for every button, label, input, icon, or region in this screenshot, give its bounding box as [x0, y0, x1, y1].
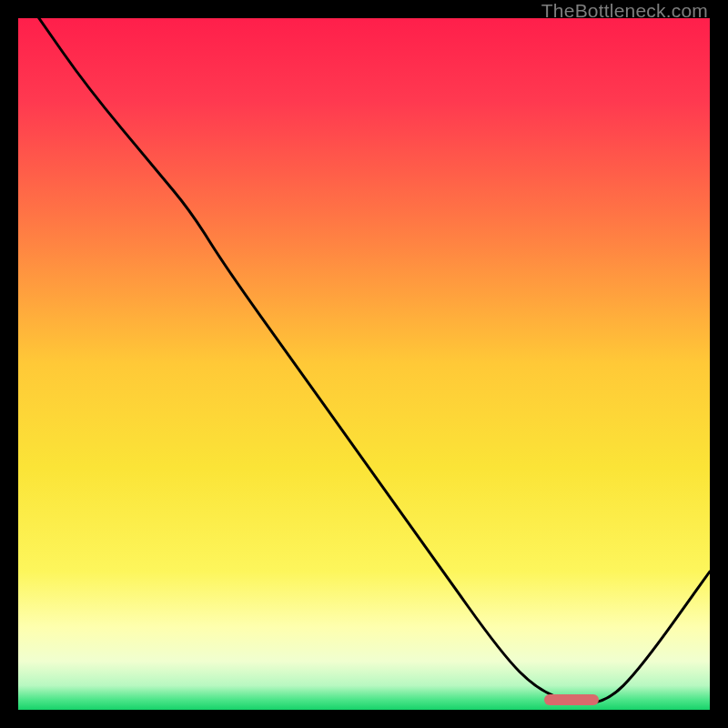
optimal-range-marker: [544, 694, 600, 705]
plot-area: [18, 18, 710, 710]
background-gradient: [18, 18, 710, 710]
chart-frame: TheBottleneck.com: [0, 0, 728, 728]
svg-rect-0: [18, 18, 710, 710]
